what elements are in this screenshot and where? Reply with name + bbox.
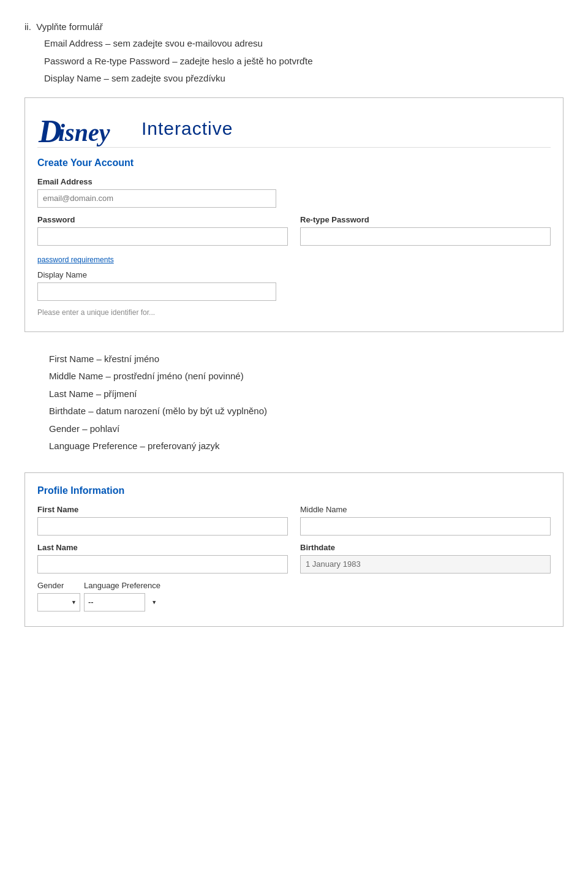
create-account-title: Create Your Account [37, 157, 551, 168]
password-requirements-link[interactable]: password requirements [37, 256, 114, 264]
intro-instructions: ii. Vyplňte formulář Email Address – sem… [24, 18, 564, 88]
name-row-2: Last Name Birthdate [37, 543, 551, 574]
profile-instruction-6: Language Preference – preferovaný jazyk [49, 437, 564, 455]
svg-text:isney: isney [58, 119, 110, 146]
instruction-display: Display Name – sem zadejte svou přezdívk… [44, 70, 564, 88]
birthdate-col: Birthdate [300, 543, 551, 574]
disney-logo-svg: D isney [37, 110, 135, 147]
password-row: Password Re-type Password [37, 215, 551, 246]
middle-name-label: Middle Name [300, 505, 551, 514]
cutoff-text: Please enter a unique identifier for... [37, 308, 551, 317]
last-name-col: Last Name [37, 543, 288, 574]
retype-col: Re-type Password [300, 215, 551, 246]
display-name-input[interactable] [37, 282, 276, 301]
middle-name-col: Middle Name [300, 505, 551, 536]
password-input[interactable] [37, 227, 288, 246]
gender-lang-row: Gender Male Female Language Preference -… [37, 581, 551, 611]
profile-section-title: Profile Information [37, 485, 551, 496]
gender-select[interactable]: Male Female [37, 593, 80, 611]
interactive-label: Interactive [141, 118, 233, 139]
profile-instruction-1: First Name – křestní jméno [49, 350, 564, 368]
first-name-input[interactable] [37, 517, 288, 536]
birthdate-input[interactable] [300, 555, 551, 574]
instruction-password: Password a Re-type Password – zadejte he… [44, 53, 564, 70]
password-label: Password [37, 215, 288, 224]
password-requirements-area: password requirements [37, 253, 551, 270]
language-select[interactable]: -- English Czech French German Spanish [84, 593, 145, 611]
name-row-1: First Name Middle Name [37, 505, 551, 536]
display-name-label: Display Name [37, 270, 551, 279]
last-name-label: Last Name [37, 543, 288, 552]
language-select-wrapper: -- English Czech French German Spanish [84, 593, 160, 611]
password-col: Password [37, 215, 288, 246]
profile-form-box: Profile Information First Name Middle Na… [24, 472, 564, 627]
retype-label: Re-type Password [300, 215, 551, 224]
profile-instruction-4: Birthdate – datum narození (mělo by být … [49, 403, 564, 420]
middle-name-input[interactable] [300, 517, 551, 536]
display-name-group: Display Name [37, 270, 551, 301]
email-group: Email Address [37, 177, 551, 208]
last-name-input[interactable] [37, 555, 288, 574]
first-name-col: First Name [37, 505, 288, 536]
profile-instruction-3: Last Name – příjmení [49, 385, 564, 403]
profile-instruction-2: Middle Name – prostřední jméno (není pov… [49, 368, 564, 385]
profile-instructions: First Name – křestní jméno Middle Name –… [24, 350, 564, 455]
gender-group: Gender Male Female [37, 581, 80, 611]
disney-logo-area: D isney Interactive [37, 110, 551, 147]
language-group: Language Preference -- English Czech Fre… [84, 581, 160, 611]
retype-input[interactable] [300, 227, 551, 246]
birthdate-label: Birthdate [300, 543, 551, 552]
first-name-label: First Name [37, 505, 288, 514]
email-input[interactable] [37, 189, 276, 208]
email-label: Email Address [37, 177, 551, 186]
gender-label: Gender [37, 581, 80, 590]
language-label: Language Preference [84, 581, 160, 590]
instruction-email: Email Address – sem zadejte svou e-mailo… [44, 35, 564, 53]
intro-title: ii. Vyplňte formulář [24, 18, 564, 35]
gender-select-wrapper: Male Female [37, 593, 80, 611]
profile-instruction-5: Gender – pohlaví [49, 420, 564, 438]
account-form-box: D isney Interactive Create Your Account … [24, 97, 564, 332]
